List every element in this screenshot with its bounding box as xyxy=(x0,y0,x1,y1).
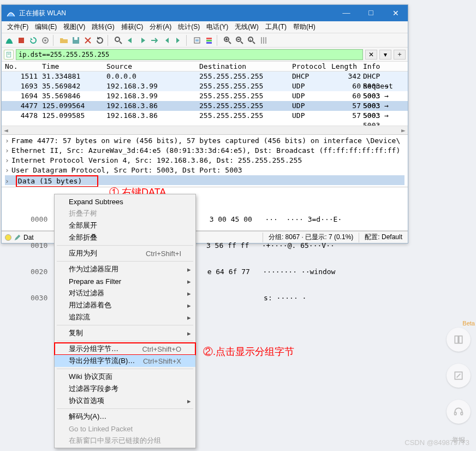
ctx-colorize-with-filter[interactable]: 用过滤器着色▸ xyxy=(55,299,195,311)
auto-scroll-icon[interactable] xyxy=(192,35,203,46)
capture-options-icon[interactable] xyxy=(40,35,51,46)
float-write-icon[interactable] xyxy=(447,364,471,388)
save-file-icon[interactable] xyxy=(70,35,81,46)
ctx-expand-subtrees[interactable]: Expand Subtrees xyxy=(55,195,195,207)
menu-help[interactable]: 帮助(H) xyxy=(290,21,319,33)
ctx-sep xyxy=(57,261,193,262)
zoom-reset-icon[interactable]: 1 xyxy=(246,35,257,46)
ctx-goto-linked-packet[interactable]: Go to Linked Packet xyxy=(55,423,195,435)
scroll-left-icon[interactable]: ◄ xyxy=(2,126,10,134)
go-back-icon[interactable] xyxy=(125,35,136,46)
beta-label: Beta xyxy=(462,320,475,327)
packet-row[interactable]: 4478125.099585192.168.3.86255.255.255.25… xyxy=(2,111,408,121)
detail-frame[interactable]: ›Frame 4477: 57 bytes on wire (456 bits)… xyxy=(5,136,404,146)
ctx-wiki[interactable]: Wiki 协议页面 xyxy=(55,371,195,383)
svg-rect-9 xyxy=(206,42,212,44)
ctx-expand-all[interactable]: 全部展开 xyxy=(55,219,195,232)
ctx-filter-field-ref[interactable]: 过滤器字段参考 xyxy=(55,383,195,395)
packet-row[interactable]: 169335.569842192.168.3.99255.255.255.255… xyxy=(2,81,408,91)
col-no[interactable]: No. xyxy=(5,62,42,72)
detail-ethernet[interactable]: ›Ethernet II, Src: AzureWav_3d:64:e5 (80… xyxy=(5,146,404,156)
stop-capture-icon[interactable] xyxy=(16,35,27,46)
ctx-show-packet-bytes[interactable]: 显示分组字节…Ctrl+Shift+O xyxy=(55,343,195,355)
goto-first-icon[interactable] xyxy=(161,35,172,46)
colorize-icon[interactable] xyxy=(204,35,215,46)
display-filter-input[interactable] xyxy=(16,49,363,60)
ctx-sep xyxy=(57,369,193,369)
watermark: CSDN @849879773 xyxy=(404,438,469,447)
goto-last-icon[interactable] xyxy=(173,35,184,46)
svg-rect-19 xyxy=(461,412,462,415)
col-info[interactable]: Info xyxy=(363,62,404,72)
filter-add-icon[interactable]: ＋ xyxy=(394,50,406,60)
filter-dropdown-icon[interactable]: ▾ xyxy=(379,50,391,60)
restart-capture-icon[interactable] xyxy=(28,35,39,46)
packet-details-pane[interactable]: ›Frame 4477: 57 bytes on wire (456 bits)… xyxy=(2,135,408,187)
svg-point-2 xyxy=(44,39,46,41)
svg-rect-18 xyxy=(455,412,456,415)
maximize-button[interactable]: □ xyxy=(359,5,383,21)
ctx-conversation-filter[interactable]: 对话过滤器▸ xyxy=(55,287,195,299)
col-proto[interactable]: Protocol xyxy=(292,62,331,72)
ctx-copy[interactable]: 复制▸ xyxy=(55,327,195,339)
ctx-apply-as-column[interactable]: 应用为列Ctrl+Shift+I xyxy=(55,247,195,259)
reload-icon[interactable] xyxy=(94,35,105,46)
go-forward-icon[interactable] xyxy=(137,35,148,46)
col-time[interactable]: Time xyxy=(42,62,106,72)
titlebar[interactable]: 正在捕获 WLAN — □ ✕ xyxy=(2,5,408,21)
detail-data[interactable]: › Data (15 bytes) xyxy=(5,175,404,185)
packet-row[interactable]: 4477125.099564192.168.3.86255.255.255.25… xyxy=(2,101,408,111)
filter-clear-icon[interactable]: ✕ xyxy=(365,50,377,60)
packet-list-header[interactable]: No. Time Source Destination Protocol Len… xyxy=(2,62,408,72)
col-length[interactable]: Length xyxy=(331,62,363,72)
menu-capture[interactable]: 捕获(C) xyxy=(118,21,147,33)
start-capture-icon[interactable] xyxy=(4,35,15,46)
float-headset-icon[interactable] xyxy=(447,400,471,424)
ctx-protocol-prefs[interactable]: 协议首选项▸ xyxy=(55,395,195,407)
col-source[interactable]: Source xyxy=(106,62,199,72)
filter-bookmark-icon[interactable] xyxy=(4,50,14,60)
resize-columns-icon[interactable] xyxy=(258,35,269,46)
open-file-icon[interactable] xyxy=(58,35,69,46)
svg-rect-4 xyxy=(74,37,78,40)
svg-rect-6 xyxy=(194,38,200,43)
ctx-decode-as[interactable]: 解码为(A)… xyxy=(55,411,195,423)
toolbar-sep xyxy=(186,35,189,46)
minimize-button[interactable]: — xyxy=(334,5,359,21)
zoom-out-icon[interactable] xyxy=(234,35,245,46)
col-dest[interactable]: Destination xyxy=(199,62,292,72)
menu-wireless[interactable]: 无线(W) xyxy=(231,21,261,33)
ctx-follow-stream[interactable]: 追踪流▸ xyxy=(55,311,195,323)
close-file-icon[interactable] xyxy=(82,35,93,46)
context-menu: Expand Subtrees 折叠子树 全部展开 全部折叠 应用为列Ctrl+… xyxy=(54,194,196,448)
close-button[interactable]: ✕ xyxy=(383,5,408,21)
svg-rect-15 xyxy=(455,336,458,343)
zoom-in-icon[interactable] xyxy=(222,35,233,46)
menu-tele[interactable]: 电话(Y) xyxy=(203,21,231,33)
scroll-right-icon[interactable]: ► xyxy=(399,126,408,134)
ctx-show-linked-in-new-window[interactable]: 在新窗口中显示已链接的分组 xyxy=(55,435,195,447)
detail-udp[interactable]: ›User Datagram Protocol, Src Port: 5003,… xyxy=(5,165,404,175)
menu-file[interactable]: 文件(F) xyxy=(4,21,32,33)
find-packet-icon[interactable] xyxy=(113,35,124,46)
goto-packet-icon[interactable] xyxy=(149,35,160,46)
ctx-apply-as-filter[interactable]: 作为过滤器应用▸ xyxy=(55,263,195,275)
packet-row[interactable]: 151131.3348810.0.0.0255.255.255.255DHCP3… xyxy=(2,72,408,81)
menu-edit[interactable]: 编辑(E) xyxy=(32,21,60,33)
ctx-sep xyxy=(57,245,193,246)
menu-view[interactable]: 视图(V) xyxy=(60,21,88,33)
menu-stats[interactable]: 统计(S) xyxy=(175,21,203,33)
ctx-collapse-all[interactable]: 全部折叠 xyxy=(55,232,195,244)
menu-analyze[interactable]: 分析(A) xyxy=(146,21,175,33)
ctx-prepare-as-filter[interactable]: Prepare as Filter▸ xyxy=(55,275,195,287)
packet-row[interactable]: 169435.569846192.168.3.99255.255.255.255… xyxy=(2,91,408,101)
menu-go[interactable]: 跳转(G) xyxy=(88,21,117,33)
packet-list-hscrollbar[interactable]: ◄ ► xyxy=(2,126,408,134)
detail-ip[interactable]: ›Internet Protocol Version 4, Src: 192.1… xyxy=(5,156,404,165)
float-book-icon[interactable] xyxy=(447,328,471,352)
ctx-collapse-subtrees[interactable]: 折叠子树 xyxy=(55,207,195,219)
packet-list[interactable]: No. Time Source Destination Protocol Len… xyxy=(2,62,408,135)
ctx-export-packet-bytes[interactable]: 导出分组字节流(B)…Ctrl+Shift+X xyxy=(55,355,195,367)
menu-tools[interactable]: 工具(T) xyxy=(262,21,290,33)
window-title: 正在捕获 WLAN xyxy=(19,9,334,18)
